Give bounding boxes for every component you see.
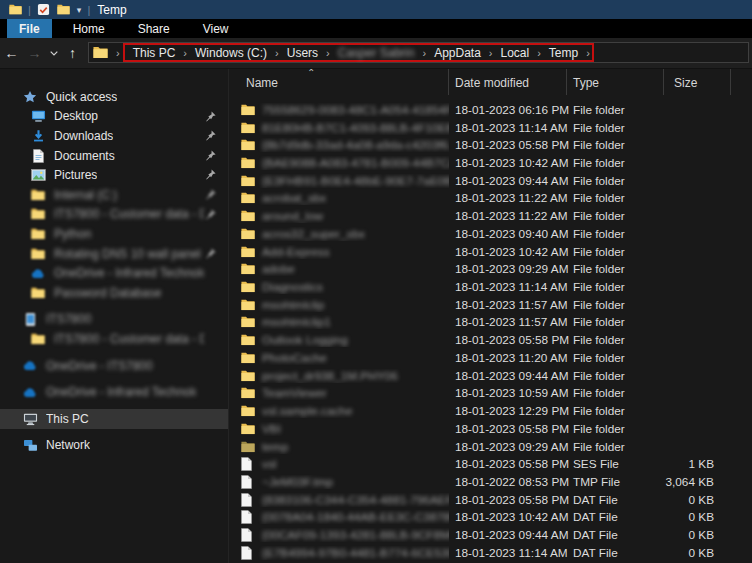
- breadcrumb-segment-local[interactable]: Local: [494, 46, 537, 60]
- file-name-cell: acros32_super_sbx: [229, 227, 449, 241]
- file-row[interactable]: TeamViewer18-01-2023 10:59 AMFile folder: [229, 385, 752, 403]
- file-name-label: around_low: [262, 209, 323, 223]
- sidebar-item-python[interactable]: Python: [0, 224, 228, 244]
- sidebar-item-downloads[interactable]: Downloads: [0, 126, 228, 146]
- navigation-bar: ← → ↑ › This PC›Windows (C:)›Users›Caspe…: [0, 38, 752, 69]
- file-type-cell: File folder: [567, 227, 664, 241]
- file-name-cell: vsl: [229, 457, 449, 471]
- column-header-name[interactable]: Name ⌃: [229, 69, 449, 95]
- sidebar-item-its7800[interactable]: ITS7800: [0, 310, 228, 330]
- sidebar-item-pictures[interactable]: Pictures: [0, 165, 228, 185]
- breadcrumb-segment-this-pc[interactable]: This PC: [126, 46, 183, 60]
- breadcrumb-segment-casper-sabrin[interactable]: Casper Sabrin: [331, 46, 422, 60]
- tab-share[interactable]: Share: [126, 19, 182, 38]
- file-row[interactable]: 81E80HB-B7C1-4093-88LB-4F10EBT...18-01-2…: [229, 119, 752, 137]
- sidebar-item-internal-c-[interactable]: Internal (C:): [0, 185, 228, 205]
- file-row[interactable]: {8383106-C344-C354-4881-796AEF6...18-01-…: [229, 491, 752, 509]
- tab-view[interactable]: View: [191, 19, 241, 38]
- file-row[interactable]: {E7B4994-97B0-4481-B774-6CE530...18-01-2…: [229, 544, 752, 562]
- file-row[interactable]: PhotoCache18-01-2023 11:20 AMFile folder: [229, 349, 752, 367]
- file-date-cell: 18-01-2023 11:57 AM: [449, 298, 567, 312]
- sidebar-item-rotating-dns-10-wall-panel-packing[interactable]: Rotating DNS 10 wall panel packing: [0, 244, 228, 264]
- address-bar[interactable]: › This PC›Windows (C:)›Users›Casper Sabr…: [88, 42, 749, 63]
- breadcrumb-segment-users[interactable]: Users: [280, 46, 325, 60]
- pictures-icon: [30, 167, 46, 183]
- back-arrow-icon[interactable]: ←: [0, 39, 23, 67]
- folder-icon: [241, 387, 255, 400]
- sidebar-item-its7800-customer-data-documents[interactable]: ITS7800 - Customer data - Documents: [0, 329, 228, 349]
- file-row[interactable]: msohtmlclip18-01-2023 11:57 AMFile folde…: [229, 296, 752, 314]
- sidebar-item-onedrive-infrared-technologies[interactable]: OneDrive - Infrared Technologies: [0, 382, 228, 402]
- folder-icon: [30, 246, 46, 262]
- file-row[interactable]: {0078A04-1840-44AB-EE3C-C3878F...18-01-2…: [229, 509, 752, 527]
- file-row[interactable]: acros32_super_sbx18-01-2023 09:40 AMFile…: [229, 225, 752, 243]
- file-name-cell: project_dr938_1M.PHY06: [229, 369, 449, 383]
- file-name-cell: {0078A04-1840-44AB-EE3C-C3878F...: [229, 510, 449, 524]
- file-row[interactable]: 75558629-0083-48C1-A054-41854FB...18-01-…: [229, 101, 752, 119]
- sidebar-item-this-pc[interactable]: This PC: [0, 409, 228, 429]
- breadcrumb-chevron-icon[interactable]: ›: [585, 47, 591, 59]
- sidebar-item-onedrive-infrared-technologies[interactable]: OneDrive - Infrared Technologies: [0, 263, 228, 283]
- file-row[interactable]: {E3FHB91-B0E4-48bE-90E7-7aE0BE...18-01-2…: [229, 172, 752, 190]
- file-row[interactable]: vsl18-01-2023 05:58 PMSES File1 KB: [229, 455, 752, 473]
- file-row[interactable]: acrobat_sbx18-01-2023 11:22 AMFile folde…: [229, 190, 752, 208]
- properties-check-icon[interactable]: [37, 3, 51, 16]
- breadcrumb-segment-windows-c-[interactable]: Windows (C:): [188, 46, 274, 60]
- file-name-label: TeamViewer: [262, 386, 327, 400]
- file-row[interactable]: around_low18-01-2023 11:22 AMFile folder: [229, 207, 752, 225]
- file-date-cell: 18-01-2023 09:44 AM: [449, 369, 567, 383]
- sidebar-item-quick-access[interactable]: Quick access: [0, 87, 228, 107]
- tab-file[interactable]: File: [7, 19, 52, 38]
- file-name-cell: Outlook Logging: [229, 333, 449, 347]
- sidebar-item-label: Rotating DNS 10 wall panel packing: [54, 247, 204, 261]
- sidebar-item-label: ITS7800 - Customer data - Documents: [54, 332, 204, 346]
- breadcrumb-segment-temp[interactable]: Temp: [542, 46, 585, 60]
- file-row[interactable]: Add-Express18-01-2023 10:42 AMFile folde…: [229, 243, 752, 261]
- toolbar-dropdown-icon[interactable]: ▾: [77, 5, 82, 15]
- sidebar-item-its7800-customer-data-documen[interactable]: ITS7800 - Customer data - Documen: [0, 205, 228, 225]
- file-name-label: {0078A04-1840-44AB-EE3C-C3878F...: [262, 510, 449, 524]
- file-name-label: temp: [262, 440, 288, 454]
- sidebar-item-desktop[interactable]: Desktop: [0, 107, 228, 127]
- file-name-label: Diagnostics: [262, 280, 323, 294]
- folder-icon: [241, 174, 255, 187]
- breadcrumb-segment-appdata[interactable]: AppData: [427, 46, 488, 60]
- sidebar-item-password-database[interactable]: Password Database: [0, 283, 228, 303]
- file-row[interactable]: {00CAF09-1393-4281-88LB-9CF8M0...18-01-2…: [229, 526, 752, 544]
- file-row[interactable]: msohtmlclip118-01-2023 11:57 AMFile fold…: [229, 314, 752, 332]
- file-name-label: {BAE9088-A083-4781-B009-44B7CA...: [262, 156, 449, 170]
- file-row[interactable]: Outlook Logging18-01-2023 05:58 PMFile f…: [229, 331, 752, 349]
- file-date-cell: 18-01-2023 10:42 AM: [449, 245, 567, 259]
- file-row[interactable]: temp18-01-2023 09:29 AMFile folder: [229, 438, 752, 456]
- recent-locations-chevron-icon[interactable]: [46, 51, 61, 56]
- file-date-cell: 18-01-2023 05:58 PM: [449, 138, 567, 152]
- breadcrumb-chevron-icon[interactable]: ›: [113, 47, 123, 59]
- file-type-cell: DAT File: [567, 493, 664, 507]
- file-row[interactable]: project_dr938_1M.PHY0618-01-2023 09:44 A…: [229, 367, 752, 385]
- column-header-date-modified[interactable]: Date modified: [449, 69, 567, 95]
- file-row[interactable]: adobe18-01-2023 09:29 AMFile folder: [229, 260, 752, 278]
- sidebar-item-onedrive-its7800[interactable]: OneDrive - ITS7800: [0, 356, 228, 376]
- sidebar-item-documents[interactable]: Documents: [0, 146, 228, 166]
- downloads-icon: [30, 128, 46, 144]
- forward-arrow-icon[interactable]: →: [23, 39, 46, 67]
- file-name-label: 75558629-0083-48C1-A054-41854FB...: [262, 103, 449, 117]
- column-header-size[interactable]: Size: [664, 69, 731, 95]
- new-folder-icon[interactable]: [57, 3, 71, 16]
- up-arrow-icon[interactable]: ↑: [61, 39, 84, 67]
- window-title: Temp: [97, 3, 126, 17]
- file-row[interactable]: {BAE9088-A083-4781-B009-44B7CA...18-01-2…: [229, 154, 752, 172]
- tab-home[interactable]: Home: [61, 19, 117, 38]
- pinned-icon: [205, 209, 216, 220]
- cloud-icon: [30, 265, 46, 281]
- file-row[interactable]: Diagnostics18-01-2023 11:14 AMFile folde…: [229, 278, 752, 296]
- file-row[interactable]: {8b7d9db-33ad-4a08-a9da-c4203f6...18-01-…: [229, 136, 752, 154]
- sidebar-item-network[interactable]: Network: [0, 436, 228, 456]
- file-row[interactable]: vsl.sample.cache18-01-2023 12:29 PMFile …: [229, 402, 752, 420]
- file-date-cell: 18-01-2023 05:58 PM: [449, 493, 567, 507]
- column-header-type[interactable]: Type: [567, 69, 664, 95]
- file-row[interactable]: VBI18-01-2023 05:58 PMFile folder: [229, 420, 752, 438]
- file-row[interactable]: ~JeM03F.tmp18-01-2022 08:53 PMTMP File3,…: [229, 473, 752, 491]
- file-date-cell: 18-01-2023 10:42 AM: [449, 510, 567, 524]
- file-name-label: {E7B4994-97B0-4481-B774-6CE530...: [262, 546, 449, 560]
